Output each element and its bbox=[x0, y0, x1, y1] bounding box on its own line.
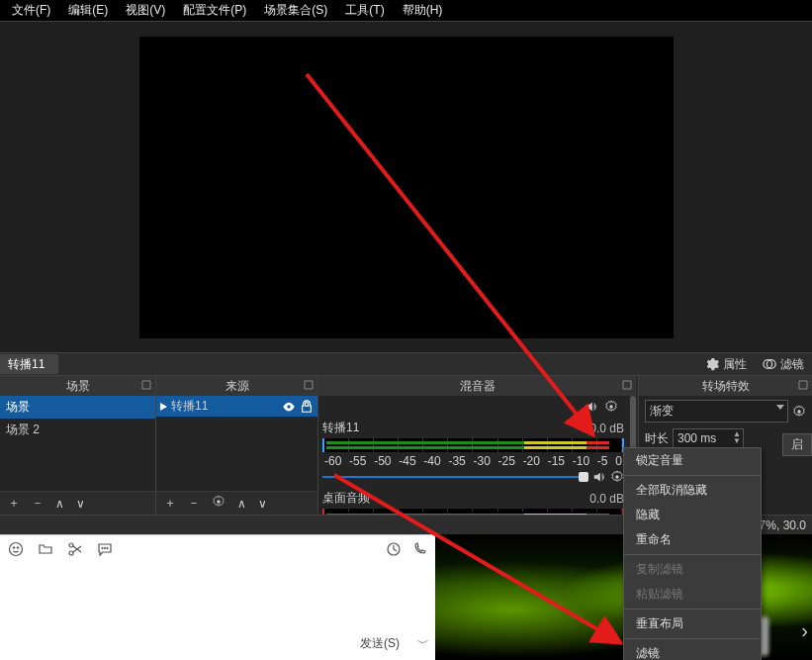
send-button[interactable]: 发送(S) bbox=[344, 631, 415, 656]
detach-icon[interactable] bbox=[141, 380, 151, 390]
mixer-channel: 桌面音频 0.0 dB bbox=[322, 490, 624, 515]
svg-point-12 bbox=[102, 547, 103, 548]
mixer-title: 混音器 bbox=[460, 378, 496, 395]
source-up-button[interactable]: ∧ bbox=[237, 497, 246, 511]
mixer-body: 转播11 0.0 dB -60-55-50-45-40-35-30-25-20-… bbox=[318, 396, 636, 515]
scenes-header[interactable]: 场景 bbox=[0, 376, 155, 396]
properties-label: 属性 bbox=[723, 356, 747, 373]
duration-value: 300 ms bbox=[677, 431, 716, 445]
channel-label: 桌面音频 bbox=[322, 490, 370, 507]
source-item-label: 转播11 bbox=[171, 398, 208, 415]
menu-edit[interactable]: 编辑(E) bbox=[60, 0, 116, 21]
channel-volume-slider[interactable] bbox=[322, 472, 588, 482]
sources-footer: ＋ － ∧ ∨ bbox=[156, 491, 317, 515]
history-icon[interactable] bbox=[386, 541, 402, 557]
sources-list[interactable]: 转播11 bbox=[156, 396, 317, 491]
svg-point-4 bbox=[615, 475, 619, 479]
gear-icon[interactable] bbox=[792, 405, 806, 419]
svg-point-10 bbox=[69, 543, 73, 547]
scenes-dock: 场景 场景 场景 2 ＋ － ∧ ∨ bbox=[0, 376, 156, 515]
detach-icon[interactable] bbox=[304, 380, 314, 390]
svg-point-2 bbox=[217, 500, 221, 504]
menu-bar: 文件(F) 编辑(E) 视图(V) 配置文件(P) 场景集合(S) 工具(T) … bbox=[0, 0, 812, 22]
filter-icon bbox=[763, 357, 776, 371]
svg-point-6 bbox=[797, 410, 801, 414]
gear-icon bbox=[212, 495, 226, 509]
remove-scene-button[interactable]: － bbox=[32, 495, 44, 512]
speaker-icon[interactable] bbox=[592, 470, 606, 484]
mixer-header[interactable]: 混音器 bbox=[318, 376, 636, 396]
svg-point-8 bbox=[13, 546, 15, 548]
svg-point-13 bbox=[104, 547, 105, 548]
emoji-icon[interactable] bbox=[8, 541, 24, 557]
transition-select[interactable]: 渐变 bbox=[645, 400, 788, 423]
menu-view[interactable]: 视图(V) bbox=[118, 0, 173, 21]
gear-icon bbox=[705, 357, 719, 371]
scissors-icon[interactable] bbox=[67, 541, 83, 557]
ctx-copy-filters: 复制滤镜 bbox=[624, 557, 761, 582]
source-settings-button[interactable] bbox=[212, 495, 226, 512]
selected-source-tab[interactable]: 转播11 bbox=[0, 354, 58, 374]
ctx-unhide-all[interactable]: 全部取消隐藏 bbox=[624, 478, 761, 503]
channel-ticks: -60-55-50-45-40-35-30-25-20-15-10-50 bbox=[322, 454, 624, 468]
duration-spinbox[interactable]: 300 ms ▲▼ bbox=[673, 428, 744, 448]
channel-meter bbox=[322, 509, 624, 515]
scene-down-button[interactable]: ∨ bbox=[76, 497, 85, 511]
svg-point-11 bbox=[69, 551, 73, 555]
remove-source-button[interactable]: － bbox=[188, 495, 200, 512]
folder-icon[interactable] bbox=[38, 541, 53, 557]
transition-title: 转场特效 bbox=[702, 378, 750, 395]
ctx-rename[interactable]: 重命名 bbox=[624, 527, 761, 552]
filters-label: 滤镜 bbox=[780, 356, 804, 373]
scenes-list[interactable]: 场景 场景 2 bbox=[0, 396, 155, 491]
add-scene-button[interactable]: ＋ bbox=[8, 495, 20, 512]
ctx-lock-volume[interactable]: 锁定音量 bbox=[624, 448, 761, 473]
scene-item[interactable]: 场景 bbox=[0, 396, 155, 419]
play-icon bbox=[160, 403, 167, 411]
gear-icon[interactable] bbox=[604, 400, 618, 414]
channel-label: 转播11 bbox=[322, 420, 359, 436]
menu-tools[interactable]: 工具(T) bbox=[337, 0, 392, 21]
mixer-context-menu: 锁定音量 全部取消隐藏 隐藏 重命名 复制滤镜 粘贴滤镜 垂直布局 滤镜 属性 … bbox=[623, 447, 762, 660]
speaker-icon[interactable] bbox=[585, 400, 598, 414]
transition-header[interactable]: 转场特效 bbox=[639, 376, 812, 396]
source-down-button[interactable]: ∨ bbox=[258, 497, 267, 511]
source-toolbar: 转播11 属性 滤镜 bbox=[0, 352, 812, 376]
source-item[interactable]: 转播11 bbox=[156, 396, 317, 417]
preview-area bbox=[0, 22, 812, 352]
menu-profile[interactable]: 配置文件(P) bbox=[175, 0, 254, 21]
mixer-dock: 混音器 转播11 0.0 dB bbox=[318, 376, 639, 515]
scene-item[interactable]: 场景 2 bbox=[0, 419, 155, 441]
chat-panel: 发送(S) ﹀ bbox=[0, 534, 435, 660]
ctx-filters[interactable]: 滤镜 bbox=[624, 641, 761, 660]
menu-help[interactable]: 帮助(H) bbox=[395, 0, 451, 21]
mixer-channel: 转播11 0.0 dB -60-55-50-45-40-35-30-25-20-… bbox=[322, 420, 624, 484]
properties-button[interactable]: 属性 bbox=[697, 354, 755, 375]
chevron-down-icon[interactable]: ﹀ bbox=[417, 635, 429, 652]
menu-scenes[interactable]: 场景集合(S) bbox=[256, 0, 335, 21]
svg-point-3 bbox=[609, 405, 613, 409]
scene-up-button[interactable]: ∧ bbox=[55, 497, 64, 511]
ctx-hide[interactable]: 隐藏 bbox=[624, 503, 761, 527]
preview-canvas[interactable] bbox=[139, 37, 674, 338]
duration-label: 时长 bbox=[645, 430, 669, 447]
sources-title: 来源 bbox=[226, 378, 249, 395]
eye-icon[interactable] bbox=[282, 400, 296, 414]
ctx-vertical-layout[interactable]: 垂直布局 bbox=[624, 612, 761, 636]
channel-db: 0.0 dB bbox=[589, 492, 624, 506]
detach-icon[interactable] bbox=[798, 380, 808, 390]
lock-icon[interactable] bbox=[300, 400, 314, 414]
chat-icon[interactable] bbox=[97, 541, 113, 557]
svg-point-14 bbox=[107, 547, 108, 548]
menu-file[interactable]: 文件(F) bbox=[4, 0, 58, 21]
add-source-button[interactable]: ＋ bbox=[164, 495, 176, 512]
chevron-right-icon[interactable]: › bbox=[801, 619, 808, 642]
sources-dock: 来源 转播11 ＋ － ∧ ∨ bbox=[156, 376, 318, 515]
sources-header[interactable]: 来源 bbox=[156, 376, 317, 396]
detach-icon[interactable] bbox=[622, 380, 632, 390]
filters-button[interactable]: 滤镜 bbox=[755, 354, 812, 375]
channel-db: 0.0 dB bbox=[589, 422, 624, 435]
transition-side-button[interactable]: 启 bbox=[782, 433, 812, 456]
gear-icon[interactable] bbox=[610, 470, 624, 484]
call-icon[interactable] bbox=[411, 541, 427, 557]
